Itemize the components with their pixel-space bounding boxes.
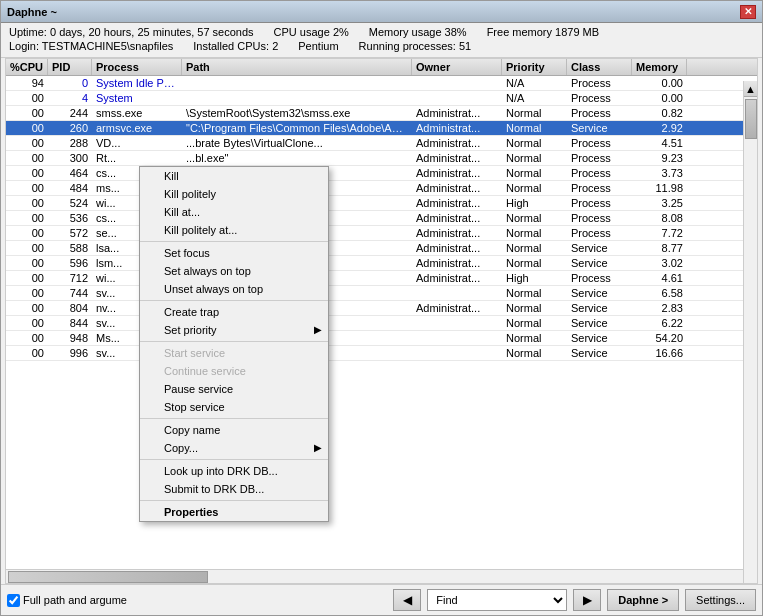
main-window: Daphne ~ ✕ Uptime: 0 days, 20 hours, 25 … bbox=[0, 0, 763, 616]
cell-memory: 6.22 bbox=[632, 316, 687, 330]
menu-item-kill[interactable]: Kill bbox=[140, 167, 328, 185]
table-body: 94 0 System Idle Process N/A Process 0.0… bbox=[6, 76, 757, 578]
login-label: Login: TESTMACHINE5\snapfiles bbox=[9, 40, 173, 52]
close-button[interactable]: ✕ bbox=[740, 5, 756, 19]
cell-memory: 2.83 bbox=[632, 301, 687, 315]
cell-priority: Normal bbox=[502, 151, 567, 165]
table-row[interactable]: 00 244 smss.exe \SystemRoot\System32\sms… bbox=[6, 106, 757, 121]
cell-class: Process bbox=[567, 106, 632, 120]
cell-memory: 4.61 bbox=[632, 271, 687, 285]
table-row[interactable]: 00 588 lsa... ...lsass.exe Administrat..… bbox=[6, 241, 757, 256]
cell-cpu: 00 bbox=[6, 106, 48, 120]
back-button[interactable]: ◀ bbox=[393, 589, 421, 611]
cell-owner bbox=[412, 316, 502, 330]
cpu-usage-label: CPU usage 2% bbox=[274, 26, 349, 38]
table-row[interactable]: 00 484 ms... ...lsoft Security Client\ms… bbox=[6, 181, 757, 196]
cell-class: Process bbox=[567, 181, 632, 195]
menu-item-look-up-into-drk-db---[interactable]: Look up into DRK DB... bbox=[140, 462, 328, 480]
table-row[interactable]: 00 260 armsvc.exe "C:\Program Files\Comm… bbox=[6, 121, 757, 136]
find-combo[interactable]: Find bbox=[427, 589, 567, 611]
forward-button[interactable]: ▶ bbox=[573, 589, 601, 611]
cell-owner: Administrat... bbox=[412, 151, 502, 165]
table-row[interactable]: 00 572 se... ...services.exe Administrat… bbox=[6, 226, 757, 241]
menu-item-set-priority[interactable]: Set priorityRealtimeHighAbove NormalNorm… bbox=[140, 321, 328, 339]
cell-cpu: 00 bbox=[6, 121, 48, 135]
cell-owner: Administrat... bbox=[412, 226, 502, 240]
col-owner[interactable]: Owner bbox=[412, 59, 502, 75]
menu-item-kill-politely-at---[interactable]: Kill politely at... bbox=[140, 221, 328, 239]
menu-item-copy-name[interactable]: Copy name bbox=[140, 421, 328, 439]
col-memory[interactable]: Memory bbox=[632, 59, 687, 75]
cell-class: Service bbox=[567, 316, 632, 330]
cell-owner: Administrat... bbox=[412, 196, 502, 210]
menu-item-pause-service[interactable]: Pause service bbox=[140, 380, 328, 398]
scroll-up-btn[interactable]: ▲ bbox=[744, 81, 757, 97]
menu-item-properties[interactable]: Properties bbox=[140, 503, 328, 521]
vertical-scrollbar[interactable]: ▲ bbox=[743, 81, 757, 583]
table-row[interactable]: 00 524 wi... Administrat... High Process… bbox=[6, 196, 757, 211]
menu-item-create-trap[interactable]: Create trap bbox=[140, 303, 328, 321]
memory-usage-label: Memory usage 38% bbox=[369, 26, 467, 38]
col-pid[interactable]: PID bbox=[48, 59, 92, 75]
cell-cpu: 00 bbox=[6, 91, 48, 105]
col-path[interactable]: Path bbox=[182, 59, 412, 75]
table-row[interactable]: 00 4 System N/A Process 0.00 bbox=[6, 91, 757, 106]
menu-separator bbox=[140, 459, 328, 460]
cell-path bbox=[182, 91, 412, 105]
fullpath-checkbox[interactable] bbox=[7, 594, 20, 607]
cell-class: Service bbox=[567, 256, 632, 270]
menu-item-start-service: Start service bbox=[140, 344, 328, 362]
menu-item-stop-service[interactable]: Stop service bbox=[140, 398, 328, 416]
cell-memory: 0.82 bbox=[632, 106, 687, 120]
cell-pid: 804 bbox=[48, 301, 92, 315]
menu-item-set-focus[interactable]: Set focus bbox=[140, 244, 328, 262]
cell-pid: 288 bbox=[48, 136, 92, 150]
table-row[interactable]: 00 300 Rt... ...bl.exe" Administrat... N… bbox=[6, 151, 757, 166]
menu-item-kill-at---[interactable]: Kill at... bbox=[140, 203, 328, 221]
cell-priority: Normal bbox=[502, 211, 567, 225]
cell-owner: Administrat... bbox=[412, 271, 502, 285]
title-bar: Daphne ~ ✕ bbox=[1, 1, 762, 23]
col-class[interactable]: Class bbox=[567, 59, 632, 75]
horizontal-scrollbar[interactable] bbox=[6, 569, 743, 583]
menu-item-kill-politely[interactable]: Kill politely bbox=[140, 185, 328, 203]
col-cpu[interactable]: %CPU bbox=[6, 59, 48, 75]
fullpath-checkbox-label[interactable]: Full path and argume bbox=[7, 594, 127, 607]
process-table: %CPU PID Process Path Owner Priority Cla… bbox=[5, 58, 758, 584]
daphne-button[interactable]: Daphne > bbox=[607, 589, 679, 611]
cell-cpu: 00 bbox=[6, 286, 48, 300]
info-bar: Uptime: 0 days, 20 hours, 25 minutes, 57… bbox=[1, 23, 762, 58]
settings-button[interactable]: Settings... bbox=[685, 589, 756, 611]
table-row[interactable]: 00 536 cs... ...32\csrss.exe ObjectDire.… bbox=[6, 211, 757, 226]
table-row[interactable]: 00 996 sv... ...svchost.exe -k LocalSer.… bbox=[6, 346, 757, 361]
menu-item-set-always-on-top[interactable]: Set always on top bbox=[140, 262, 328, 280]
cell-pid: 244 bbox=[48, 106, 92, 120]
table-row[interactable]: 00 596 lsm... ...lsm.exe Administrat... … bbox=[6, 256, 757, 271]
table-row[interactable]: 00 948 Ms... ...lsoft Security Client\Ms… bbox=[6, 331, 757, 346]
menu-item-continue-service: Continue service bbox=[140, 362, 328, 380]
cell-path bbox=[182, 76, 412, 90]
table-row[interactable]: 00 744 sv... ...svchost.exe -k DcomLa...… bbox=[6, 286, 757, 301]
menu-item-submit-to-drk-db---[interactable]: Submit to DRK DB... bbox=[140, 480, 328, 498]
cell-memory: 54.20 bbox=[632, 331, 687, 345]
menu-item-unset-always-on-top[interactable]: Unset always on top bbox=[140, 280, 328, 298]
table-row[interactable]: 00 804 nv... ...nvvsvc.exe Administrat..… bbox=[6, 301, 757, 316]
table-row[interactable]: 00 288 VD... ...brate Bytes\VirtualClone… bbox=[6, 136, 757, 151]
cell-pid: 524 bbox=[48, 196, 92, 210]
table-row[interactable]: 00 844 sv... ...svchost.exe -k RPCSS Nor… bbox=[6, 316, 757, 331]
cell-owner bbox=[412, 331, 502, 345]
col-process[interactable]: Process bbox=[92, 59, 182, 75]
cell-pid: 996 bbox=[48, 346, 92, 360]
menu-item-copy---[interactable]: Copy... bbox=[140, 439, 328, 457]
cell-class: Service bbox=[567, 286, 632, 300]
table-row[interactable]: 00 464 cs... ...32\csrss.exe ObjectDire.… bbox=[6, 166, 757, 181]
scroll-thumb[interactable] bbox=[745, 99, 757, 139]
hscroll-thumb[interactable] bbox=[8, 571, 208, 583]
cell-class: Service bbox=[567, 331, 632, 345]
cell-path: ...brate Bytes\VirtualClone... bbox=[182, 136, 412, 150]
col-priority[interactable]: Priority bbox=[502, 59, 567, 75]
cell-priority: Normal bbox=[502, 136, 567, 150]
table-row[interactable]: 00 712 wi... Administrat... High Process… bbox=[6, 271, 757, 286]
cell-cpu: 00 bbox=[6, 241, 48, 255]
table-row[interactable]: 94 0 System Idle Process N/A Process 0.0… bbox=[6, 76, 757, 91]
